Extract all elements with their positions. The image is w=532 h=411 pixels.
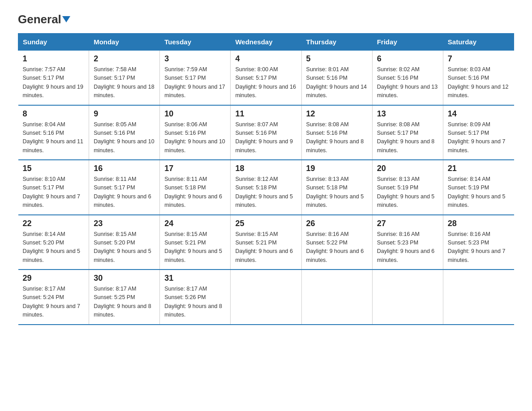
day-info: Sunrise: 8:08 AMSunset: 5:17 PMDaylight:… xyxy=(377,120,438,155)
day-number: 16 xyxy=(94,164,155,173)
calendar-cell xyxy=(372,270,443,325)
calendar-cell: 30Sunrise: 8:17 AMSunset: 5:25 PMDayligh… xyxy=(89,270,160,325)
calendar-week-row: 29Sunrise: 8:17 AMSunset: 5:24 PMDayligh… xyxy=(18,270,514,325)
page-header: General xyxy=(18,13,514,24)
day-info: Sunrise: 8:14 AMSunset: 5:19 PMDaylight:… xyxy=(448,175,510,210)
day-number: 30 xyxy=(94,274,155,283)
day-info: Sunrise: 7:57 AMSunset: 5:17 PMDaylight:… xyxy=(23,65,85,100)
calendar-cell: 24Sunrise: 8:15 AMSunset: 5:21 PMDayligh… xyxy=(160,215,231,270)
day-number: 12 xyxy=(306,109,368,119)
calendar-cell: 19Sunrise: 8:13 AMSunset: 5:18 PMDayligh… xyxy=(301,160,372,215)
calendar-cell: 14Sunrise: 8:09 AMSunset: 5:17 PMDayligh… xyxy=(443,105,514,160)
weekday-header-wednesday: Wednesday xyxy=(231,34,301,51)
calendar-cell: 27Sunrise: 8:16 AMSunset: 5:23 PMDayligh… xyxy=(372,215,443,270)
day-number: 20 xyxy=(377,164,438,173)
calendar-cell: 16Sunrise: 8:11 AMSunset: 5:17 PMDayligh… xyxy=(89,160,160,215)
day-info: Sunrise: 8:13 AMSunset: 5:18 PMDaylight:… xyxy=(306,175,368,210)
weekday-header-sunday: Sunday xyxy=(18,34,89,51)
calendar-week-row: 1Sunrise: 7:57 AMSunset: 5:17 PMDaylight… xyxy=(18,51,514,105)
day-number: 31 xyxy=(164,274,226,283)
day-info: Sunrise: 8:11 AMSunset: 5:17 PMDaylight:… xyxy=(94,175,155,210)
day-info: Sunrise: 8:07 AMSunset: 5:16 PMDaylight:… xyxy=(235,120,296,155)
calendar-cell: 15Sunrise: 8:10 AMSunset: 5:17 PMDayligh… xyxy=(18,160,89,215)
day-number: 25 xyxy=(235,219,296,228)
day-info: Sunrise: 8:04 AMSunset: 5:16 PMDaylight:… xyxy=(23,120,85,155)
day-info: Sunrise: 8:17 AMSunset: 5:25 PMDaylight:… xyxy=(94,285,155,320)
day-info: Sunrise: 8:06 AMSunset: 5:16 PMDaylight:… xyxy=(164,120,226,155)
day-info: Sunrise: 8:10 AMSunset: 5:17 PMDaylight:… xyxy=(23,175,85,210)
day-number: 18 xyxy=(235,164,296,173)
day-number: 26 xyxy=(306,219,368,228)
day-info: Sunrise: 8:08 AMSunset: 5:16 PMDaylight:… xyxy=(306,120,368,155)
day-info: Sunrise: 8:14 AMSunset: 5:20 PMDaylight:… xyxy=(23,230,85,265)
calendar-cell: 4Sunrise: 8:00 AMSunset: 5:17 PMDaylight… xyxy=(231,51,301,105)
day-info: Sunrise: 8:15 AMSunset: 5:20 PMDaylight:… xyxy=(94,230,155,265)
day-info: Sunrise: 8:16 AMSunset: 5:23 PMDaylight:… xyxy=(377,230,438,265)
day-info: Sunrise: 8:16 AMSunset: 5:22 PMDaylight:… xyxy=(306,230,368,265)
day-number: 6 xyxy=(377,54,438,64)
day-number: 28 xyxy=(448,219,510,228)
calendar-cell: 3Sunrise: 7:59 AMSunset: 5:17 PMDaylight… xyxy=(160,51,231,105)
day-info: Sunrise: 7:59 AMSunset: 5:17 PMDaylight:… xyxy=(164,65,226,100)
calendar-week-row: 15Sunrise: 8:10 AMSunset: 5:17 PMDayligh… xyxy=(18,160,514,215)
day-info: Sunrise: 8:01 AMSunset: 5:16 PMDaylight:… xyxy=(306,65,368,100)
calendar-cell: 9Sunrise: 8:05 AMSunset: 5:16 PMDaylight… xyxy=(89,105,160,160)
day-info: Sunrise: 8:13 AMSunset: 5:19 PMDaylight:… xyxy=(377,175,438,210)
calendar-cell xyxy=(231,270,301,325)
calendar-cell: 11Sunrise: 8:07 AMSunset: 5:16 PMDayligh… xyxy=(231,105,301,160)
day-number: 5 xyxy=(306,54,368,64)
weekday-header-row: SundayMondayTuesdayWednesdayThursdayFrid… xyxy=(18,34,514,51)
calendar-cell xyxy=(443,270,514,325)
day-info: Sunrise: 8:03 AMSunset: 5:16 PMDaylight:… xyxy=(448,65,510,100)
day-info: Sunrise: 8:11 AMSunset: 5:18 PMDaylight:… xyxy=(164,175,226,210)
day-number: 14 xyxy=(448,109,510,119)
day-number: 27 xyxy=(377,219,438,228)
weekday-header-saturday: Saturday xyxy=(443,34,514,51)
calendar-cell: 10Sunrise: 8:06 AMSunset: 5:16 PMDayligh… xyxy=(160,105,231,160)
calendar-cell: 5Sunrise: 8:01 AMSunset: 5:16 PMDaylight… xyxy=(301,51,372,105)
day-info: Sunrise: 8:05 AMSunset: 5:16 PMDaylight:… xyxy=(94,120,155,155)
weekday-header-thursday: Thursday xyxy=(301,34,372,51)
calendar-cell: 2Sunrise: 7:58 AMSunset: 5:17 PMDaylight… xyxy=(89,51,160,105)
day-number: 22 xyxy=(23,219,85,228)
logo-triangle-icon xyxy=(62,16,70,22)
day-number: 29 xyxy=(23,274,85,283)
calendar-body: 1Sunrise: 7:57 AMSunset: 5:17 PMDaylight… xyxy=(18,51,514,325)
calendar-cell: 29Sunrise: 8:17 AMSunset: 5:24 PMDayligh… xyxy=(18,270,89,325)
calendar-cell: 1Sunrise: 7:57 AMSunset: 5:17 PMDaylight… xyxy=(18,51,89,105)
calendar-cell: 23Sunrise: 8:15 AMSunset: 5:20 PMDayligh… xyxy=(89,215,160,270)
day-number: 3 xyxy=(164,54,226,64)
day-number: 2 xyxy=(94,54,155,64)
day-number: 13 xyxy=(377,109,438,119)
day-number: 24 xyxy=(164,219,226,228)
day-number: 15 xyxy=(23,164,85,173)
calendar-cell: 21Sunrise: 8:14 AMSunset: 5:19 PMDayligh… xyxy=(443,160,514,215)
day-info: Sunrise: 8:15 AMSunset: 5:21 PMDaylight:… xyxy=(164,230,226,265)
day-info: Sunrise: 8:12 AMSunset: 5:18 PMDaylight:… xyxy=(235,175,296,210)
logo: General xyxy=(18,13,70,24)
weekday-header-friday: Friday xyxy=(372,34,443,51)
day-number: 1 xyxy=(23,54,85,64)
day-number: 8 xyxy=(23,109,85,119)
calendar-cell: 20Sunrise: 8:13 AMSunset: 5:19 PMDayligh… xyxy=(372,160,443,215)
calendar-cell: 13Sunrise: 8:08 AMSunset: 5:17 PMDayligh… xyxy=(372,105,443,160)
calendar-cell: 22Sunrise: 8:14 AMSunset: 5:20 PMDayligh… xyxy=(18,215,89,270)
calendar-cell: 8Sunrise: 8:04 AMSunset: 5:16 PMDaylight… xyxy=(18,105,89,160)
calendar-cell: 7Sunrise: 8:03 AMSunset: 5:16 PMDaylight… xyxy=(443,51,514,105)
day-number: 23 xyxy=(94,219,155,228)
weekday-header-monday: Monday xyxy=(89,34,160,51)
calendar-cell: 25Sunrise: 8:15 AMSunset: 5:21 PMDayligh… xyxy=(231,215,301,270)
day-info: Sunrise: 8:15 AMSunset: 5:21 PMDaylight:… xyxy=(235,230,296,265)
day-number: 19 xyxy=(306,164,368,173)
weekday-header-tuesday: Tuesday xyxy=(160,34,231,51)
day-number: 7 xyxy=(448,54,510,64)
day-info: Sunrise: 8:09 AMSunset: 5:17 PMDaylight:… xyxy=(448,120,510,155)
calendar-cell xyxy=(301,270,372,325)
day-info: Sunrise: 8:00 AMSunset: 5:17 PMDaylight:… xyxy=(235,65,296,100)
calendar-cell: 12Sunrise: 8:08 AMSunset: 5:16 PMDayligh… xyxy=(301,105,372,160)
calendar-table: SundayMondayTuesdayWednesdayThursdayFrid… xyxy=(18,33,514,325)
day-info: Sunrise: 8:16 AMSunset: 5:23 PMDaylight:… xyxy=(448,230,510,265)
day-number: 21 xyxy=(448,164,510,173)
day-info: Sunrise: 8:17 AMSunset: 5:26 PMDaylight:… xyxy=(164,285,226,320)
day-number: 10 xyxy=(164,109,226,119)
